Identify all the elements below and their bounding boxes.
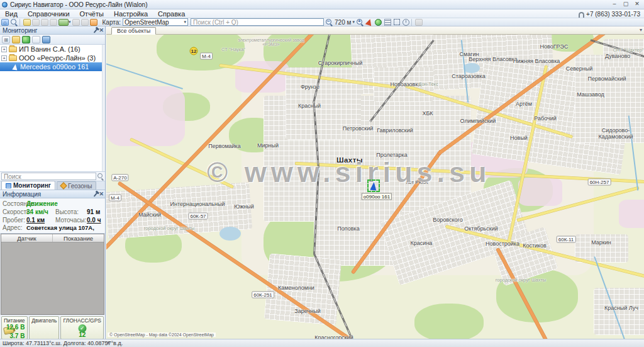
map-place-label: НовоГРЭС bbox=[540, 43, 568, 50]
zoom-in-icon[interactable]: + bbox=[357, 19, 364, 26]
menu-item[interactable]: Справка bbox=[153, 9, 190, 18]
tree-item-label: Mercedes о090оо 161 bbox=[20, 63, 89, 71]
map-place-label: Дон-Текс bbox=[418, 81, 438, 87]
menu-item[interactable]: Вид bbox=[0, 9, 23, 18]
menu-item[interactable]: Справочники bbox=[23, 9, 75, 18]
map-source-label: Карта: bbox=[103, 19, 121, 26]
map-place-label: городской округ Шахты bbox=[144, 225, 195, 231]
window-title: Сириус Навигатор - ООО Ресурс-Лайн (Wial… bbox=[10, 1, 147, 8]
unit-tree: +ИП Ванин С.А. (16)+ООО «Ресурс-Лайн» (3… bbox=[0, 45, 105, 172]
mileage-label: Пробег: bbox=[3, 217, 25, 224]
engine-hours-value[interactable]: 0.0 ч bbox=[87, 216, 101, 224]
tree-scrollbar[interactable] bbox=[102, 45, 105, 171]
expander-icon[interactable]: + bbox=[1, 55, 7, 61]
road-shield: 60К-57 bbox=[188, 213, 208, 220]
tab-monitoring[interactable]: Мониторинг bbox=[1, 181, 55, 190]
pin-icon[interactable] bbox=[94, 28, 98, 33]
app-window: Сириус Навигатор - ООО Ресурс-Лайн (Wial… bbox=[0, 0, 644, 347]
map-place-label: Красный Луч bbox=[604, 305, 638, 311]
table-icon[interactable] bbox=[72, 19, 80, 26]
units-truck-icon[interactable] bbox=[58, 19, 69, 26]
add-group-icon[interactable]: ⊞ bbox=[2, 36, 10, 43]
tab-geofences-label: Геозоны bbox=[68, 183, 92, 190]
map-place-label: Воровского bbox=[433, 217, 462, 223]
tree-item-label: ИП Ванин С.А. (16) bbox=[19, 45, 80, 53]
toolbar-separator bbox=[19, 19, 20, 26]
panel-close-icon[interactable]: ✕ bbox=[99, 190, 104, 198]
info-speed-row: Скорость: 34 км/ч Высота: 91 м bbox=[3, 208, 103, 216]
map[interactable]: СмагинНовоГРЭСВерхняя ВласовкаНижняя Вла… bbox=[106, 26, 644, 339]
toolbar-separator bbox=[411, 19, 412, 26]
reports-icon[interactable] bbox=[90, 19, 97, 26]
sensors-col-value[interactable]: Показание bbox=[53, 234, 104, 242]
menu-item[interactable]: Отчёты bbox=[75, 9, 109, 18]
ruler-icon[interactable] bbox=[32, 19, 40, 26]
tab-geofences[interactable]: Геозоны bbox=[57, 181, 97, 190]
status-boxes: Питание 12.6 В 3.7 В Двигатель ГЛОНАСС/G… bbox=[0, 315, 105, 341]
list-icon bbox=[6, 183, 11, 188]
search-icon[interactable] bbox=[97, 173, 104, 179]
coordinates-dropdown-icon[interactable]: ▾ bbox=[107, 339, 109, 347]
folder-icon bbox=[9, 47, 17, 52]
panel-close-icon[interactable]: ✕ bbox=[99, 26, 104, 35]
edit-icon[interactable] bbox=[23, 19, 31, 26]
map-place-label: Рабочий bbox=[534, 115, 556, 122]
title-bar: Сириус Навигатор - ООО Ресурс-Лайн (Wial… bbox=[0, 0, 644, 9]
sidebar-search-input[interactable] bbox=[1, 173, 96, 180]
tab-monitoring-label: Мониторинг bbox=[13, 182, 51, 189]
messages-icon[interactable] bbox=[81, 19, 89, 26]
map-place-label: Красина bbox=[411, 240, 433, 246]
binoculars-icon[interactable] bbox=[42, 36, 50, 43]
follow-unit-icon[interactable]: ⌂ bbox=[1, 19, 9, 26]
clock-icon[interactable] bbox=[402, 19, 409, 26]
access-keys-icon[interactable] bbox=[12, 36, 20, 43]
altitude-label: Высота: bbox=[55, 208, 79, 216]
select-area-icon[interactable] bbox=[50, 19, 57, 26]
monitoring-panel-header: Мониторинг ✕ bbox=[0, 26, 105, 35]
map-place-label: Сидорово-Кадамовский bbox=[589, 127, 643, 140]
geofence-icon bbox=[60, 182, 67, 189]
map-place-label: Красногорский bbox=[314, 334, 353, 339]
menu-item[interactable]: Настройка bbox=[109, 9, 153, 18]
pin-icon[interactable] bbox=[94, 192, 98, 196]
map-place-label: Красный bbox=[298, 103, 321, 109]
zoom-out-icon[interactable]: − bbox=[326, 19, 333, 26]
zoom-scale-select[interactable]: 720 м ▾ bbox=[335, 19, 355, 26]
tree-row[interactable]: Mercedes о090оо 161 bbox=[0, 62, 105, 71]
map-place-label: Майский bbox=[138, 212, 161, 218]
fit-bounds-icon[interactable] bbox=[394, 19, 400, 25]
map-tab-dropdown-icon[interactable]: ▾ bbox=[640, 27, 642, 33]
map-tab-all-objects[interactable]: Все объекты bbox=[111, 27, 156, 35]
vehicle-marker[interactable] bbox=[367, 179, 380, 192]
vehicle-marker-label: о090оо 161 bbox=[362, 193, 392, 200]
map-place-label: ХБК bbox=[422, 110, 433, 117]
chevron-down-icon: ▾ bbox=[184, 20, 187, 25]
minimize-button[interactable]: – bbox=[609, 0, 620, 8]
expander-icon[interactable]: + bbox=[1, 47, 7, 52]
info-panel-body: Состояние: Движение Скорость: 34 км/ч Вы… bbox=[0, 198, 105, 234]
mileage-value[interactable]: 0.1 км bbox=[26, 216, 45, 224]
show-all-on-map-icon[interactable] bbox=[22, 36, 30, 43]
close-button[interactable]: ✕ bbox=[631, 0, 643, 8]
units-dropdown-arrow[interactable]: ▾ bbox=[69, 20, 71, 25]
map-place-label: Новоазовка bbox=[390, 81, 421, 88]
tree-row[interactable]: +ООО «Ресурс-Лайн» (3) bbox=[0, 54, 105, 62]
sensors-col-name[interactable]: Датчик bbox=[1, 234, 53, 242]
search-icon[interactable] bbox=[11, 19, 18, 26]
settings-search-icon[interactable] bbox=[32, 36, 40, 43]
route-icon[interactable] bbox=[41, 19, 48, 26]
legend-icon[interactable] bbox=[384, 19, 391, 26]
tree-row[interactable]: +ИП Ванин С.А. (16) bbox=[0, 45, 105, 54]
sidebar: Мониторинг ✕ ⊞ +ИП Ванин С.А. (16)+ООО «… bbox=[0, 26, 106, 339]
map-place-label: Первомайский bbox=[588, 76, 626, 82]
map-source-select[interactable]: OpenStreetMap ▾ bbox=[123, 18, 188, 26]
road-shield: 60К-11 bbox=[557, 236, 576, 243]
globe-icon[interactable] bbox=[375, 19, 382, 26]
map-place-label: Заречный bbox=[294, 308, 320, 314]
location-flag-icon[interactable] bbox=[365, 18, 374, 26]
map-place-label: Нижняя Власовка bbox=[513, 58, 560, 64]
maximize-button[interactable]: ▢ bbox=[620, 0, 631, 8]
extra-tool-icon[interactable] bbox=[415, 19, 423, 26]
global-search-input[interactable] bbox=[191, 18, 324, 26]
road-shield: М-4 bbox=[200, 53, 213, 60]
